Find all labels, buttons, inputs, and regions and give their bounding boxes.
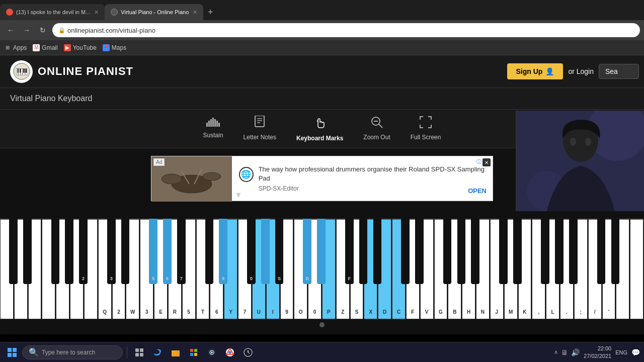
new-tab-button[interactable]: + [203,5,217,19]
black-key[interactable] [51,219,60,284]
black-key[interactable] [513,219,522,284]
black-key[interactable]: D [303,219,311,284]
black-key[interactable] [597,219,606,284]
lang-indicator: ENG [615,349,627,355]
black-key[interactable] [65,219,73,284]
toolbar-zoom-out[interactable]: Zoom Out [363,116,390,142]
ad-close-button[interactable]: ✕ [482,158,491,166]
volume-icon[interactable]: 🔊 [571,348,580,356]
taskbar-search-placeholder: Type here to search [42,349,95,356]
svg-rect-14 [23,69,25,73]
browser-chrome: (13) I spoke to the devil in M... ✕ Virt… [0,0,644,55]
black-key[interactable] [121,219,130,284]
toolbar-letter-notes[interactable]: Letter Notes [244,116,276,142]
svg-rect-17 [208,121,210,127]
black-key[interactable] [9,219,18,284]
letter-notes-icon [254,116,265,132]
black-key[interactable] [555,219,564,284]
toolbar-keyboard-marks[interactable]: Keyboard Marks [296,116,343,142]
taskbar-divider-1 [127,346,127,358]
black-key[interactable] [261,219,270,284]
ad-filter-icon[interactable]: ▼ [234,191,243,200]
black-key[interactable] [457,219,466,284]
taskbar-clock-app[interactable] [240,344,256,360]
black-key[interactable] [205,219,214,284]
black-key[interactable] [443,219,452,284]
webcam-video [517,111,644,211]
black-key[interactable] [611,219,620,284]
signup-button[interactable]: Sign Up 👤 [507,63,564,79]
taskbar-file-explorer[interactable] [168,344,184,360]
taskbar-steam[interactable] [204,344,220,360]
scroll-indicator [0,319,644,330]
network-icon[interactable]: 🖥 [561,348,568,356]
black-key[interactable] [471,219,479,284]
ad-open-button[interactable]: OPEN [468,187,487,195]
black-key[interactable] [541,219,549,284]
black-key[interactable]: 0 [247,219,256,284]
black-key[interactable] [23,219,32,284]
svg-rect-12 [17,69,19,73]
taskbar-task-view[interactable] [131,344,147,360]
svg-rect-37 [135,348,139,352]
bookmark-maps[interactable]: 📍 Maps [103,44,126,51]
black-key[interactable]: 3 [107,219,116,284]
svg-rect-40 [140,353,143,356]
black-key[interactable] [499,219,508,284]
gmail-icon: M [33,44,40,51]
ad-content: 🌐 The way how professional drummers orga… [232,156,493,201]
tab-2[interactable]: Virtual Piano - Online Piano ✕ [105,4,203,20]
black-key[interactable]: 6 [163,219,172,284]
notification-icon[interactable]: 💬 [631,348,640,356]
black-key[interactable] [317,219,326,284]
black-key[interactable]: 2 [79,219,88,284]
bookmark-maps-label: Maps [112,44,126,51]
black-key[interactable] [415,219,424,284]
bookmark-gmail[interactable]: M Gmail [33,44,57,51]
forward-button[interactable]: → [20,24,33,37]
lock-icon: 🔒 [58,27,65,34]
tab-bar: (13) I spoke to the devil in M... ✕ Virt… [0,0,644,20]
white-key[interactable] [630,219,643,319]
black-key[interactable] [373,219,382,284]
svg-point-4 [570,138,576,146]
bookmark-apps[interactable]: ⊞ Apps [4,44,27,51]
black-key[interactable] [359,219,368,284]
taskbar-chrome[interactable] [222,344,238,360]
tab-close-1[interactable]: ✕ [94,9,99,16]
black-key[interactable]: 9 [219,219,227,284]
address-bar[interactable]: 🔒 onlinepianist.com/virtual-piano [52,23,640,37]
ad-choices-icon[interactable]: ⓘ [476,158,481,165]
svg-point-49 [211,351,213,353]
nav-bar: ← → ↻ 🔒 onlinepianist.com/virtual-piano [0,20,644,40]
svg-rect-38 [140,348,143,352]
taskbar-edge[interactable] [149,344,166,360]
black-key[interactable] [569,219,578,284]
svg-rect-22 [218,123,220,127]
ad-company: SPD-SX-Editor [259,185,486,192]
tray-chevron[interactable]: ∧ [554,349,558,355]
tab-favicon-2 [111,9,118,16]
user-icon: 👤 [545,67,554,75]
toolbar-full-screen[interactable]: Full Screen [411,116,441,142]
black-key[interactable] [401,219,410,284]
taskbar-time-display[interactable]: 22:00 27/02/2021 [584,345,611,359]
search-input[interactable] [599,64,639,79]
reload-button[interactable]: ↻ [36,24,49,37]
start-button[interactable] [4,344,20,360]
address-text: onlinepianist.com/virtual-piano [67,27,155,34]
svg-rect-13 [19,69,21,73]
toolbar-sustain[interactable]: Sustain [203,116,223,142]
black-key[interactable]: F [345,219,354,284]
back-button[interactable]: ← [4,24,17,37]
taskbar: 🔍 Type here to search ∧ 🖥 🔊 22:00 27/02/… [0,342,644,362]
black-key[interactable]: 5 [149,219,157,284]
site-logo[interactable] [10,60,33,83]
black-key[interactable]: 7 [177,219,186,284]
tab-close-2[interactable]: ✕ [193,9,197,16]
bookmark-youtube[interactable]: ▶ YouTube [64,44,97,51]
tab-1[interactable]: (13) I spoke to the devil in M... ✕ [0,4,105,20]
taskbar-search-box[interactable]: 🔍 Type here to search [22,345,123,359]
taskbar-store[interactable] [186,344,202,360]
black-key[interactable]: S [275,219,284,284]
